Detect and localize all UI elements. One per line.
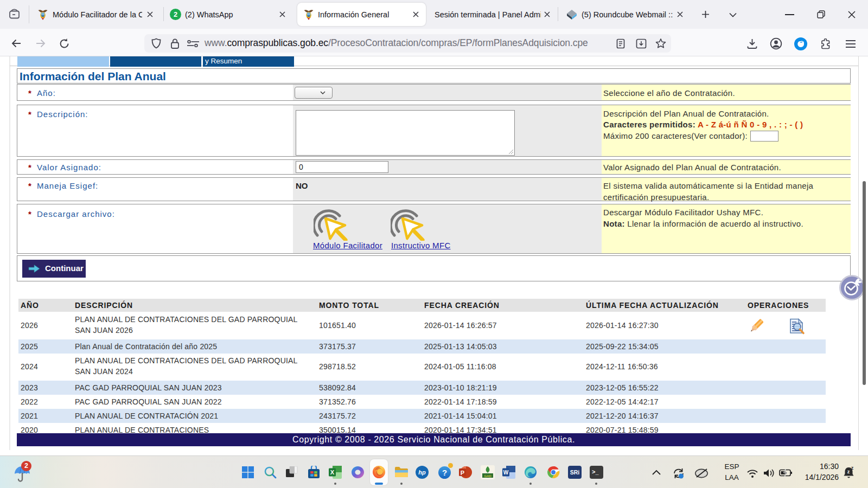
svg-text:P: P [461,470,464,476]
svg-text:W: W [503,470,509,476]
svg-text:GAD: GAD [484,474,492,478]
svg-text:z: z [847,469,850,474]
svg-text:z: z [851,466,854,471]
svg-text:X: X [330,469,335,476]
